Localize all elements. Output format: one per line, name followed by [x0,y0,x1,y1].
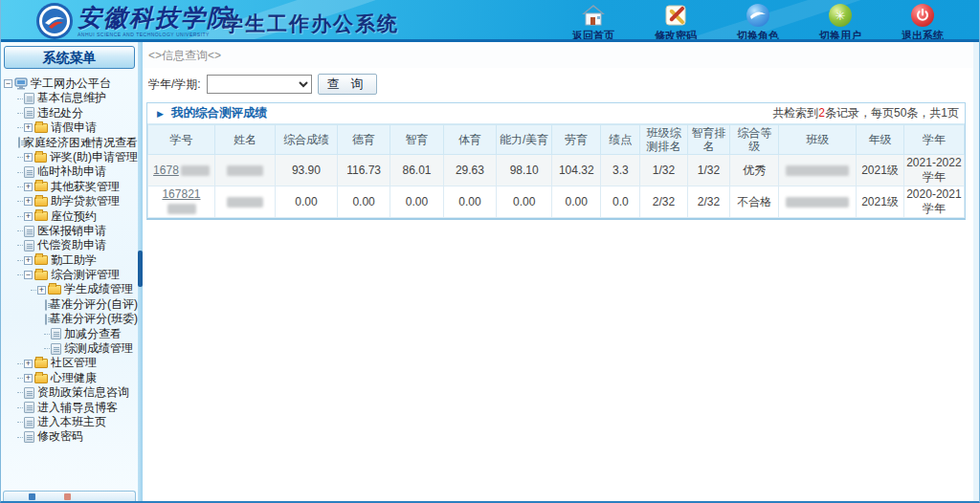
tree-item[interactable]: 综测成绩管理 [1,341,138,356]
right-edge [973,42,979,501]
university-branding: 安徽科技学院 ANHUI SCIENCE AND TECHNOLOGY UNIV… [35,2,233,40]
column-header: 姓名 [214,125,275,155]
tree-item[interactable]: 资助政策信息咨询 [1,385,138,400]
tree-item[interactable]: 代偿资助申请 [1,238,138,252]
tree-item-label[interactable]: 其他获奖管理 [51,180,120,194]
tree-item[interactable]: +勤工助学 [1,253,138,268]
tree-item-label[interactable]: 基准分评分(班委) [50,312,138,326]
tree-item-label[interactable]: 勤工助学 [51,253,97,268]
expand-icon[interactable]: + [24,183,33,191]
collapse-icon[interactable]: − [24,271,33,279]
change-password-button[interactable]: 修改密码 [648,3,703,42]
expand-icon[interactable]: + [24,197,33,206]
tree-connector [17,392,23,393]
query-button[interactable]: 查 询 [318,74,377,95]
tree-connector [17,113,23,114]
tree-item[interactable]: 临时补助申请 [1,164,138,179]
term-select[interactable] [207,75,312,94]
switch-user-icon: ✳ [828,3,853,28]
column-header: 综合成绩 [276,125,338,155]
tree-item[interactable]: 违纪处分 [1,106,138,120]
expand-icon[interactable]: + [24,212,33,221]
tree-item[interactable]: +学生成绩管理 [1,282,138,296]
tree-item-label[interactable]: 家庭经济困难情况查看 [23,136,138,150]
tree-item-label[interactable]: 修改密码 [37,429,83,444]
tree-item[interactable]: 加减分查看 [1,327,138,341]
header-actions: 返回首页 修改密码 切换角色 [566,3,950,42]
tree-item[interactable]: −学工网办公平台 [1,77,138,91]
tree-item[interactable]: 基准分评分(自评) [1,297,138,312]
tree-item-label[interactable]: 进入本班主页 [37,415,106,429]
tree-item[interactable]: +评奖(助)申请管理 [1,150,138,164]
tree-item[interactable]: +社区管理 [1,356,138,370]
tree-item-label[interactable]: 学生成绩管理 [64,282,133,296]
tree-item-label[interactable]: 代偿资助申请 [37,238,106,252]
tree-item[interactable]: +助学贷款管理 [1,194,138,208]
folder-icon [48,285,61,295]
student-id-link[interactable]: 1678 [153,164,179,177]
tree-item[interactable]: +请假申请 [1,120,138,135]
term-select-label: 学年/学期: [148,77,201,93]
tree-item[interactable]: 进入辅导员博客 [1,401,138,415]
censored-text [227,165,263,176]
tree-item[interactable]: +心理健康 [1,371,138,385]
tree-item[interactable]: 家庭经济困难情况查看 [1,136,138,150]
tree-item-label[interactable]: 社区管理 [51,356,97,370]
switch-user-button[interactable]: ✳ 切换用户 [813,3,868,42]
tree-item[interactable]: +其他获奖管理 [1,180,138,194]
tree-connector [17,201,23,202]
year-cell: 2021-2022学年 [903,155,964,186]
expand-icon[interactable]: + [24,123,33,132]
expand-icon[interactable]: + [24,360,33,368]
expand-icon[interactable]: + [24,153,33,162]
expand-icon[interactable]: + [24,256,33,265]
main-content: <>信息查询<> 学年/学期: 查 询 ▶ 我的综合测评成绩 共检索到2条记录，… [143,42,979,501]
tree-item-label[interactable]: 座位预约 [51,209,97,224]
tree-item-label[interactable]: 加减分查看 [64,327,122,341]
tree-item-label[interactable]: 综测成绩管理 [64,341,133,356]
tree-item[interactable]: 修改密码 [1,429,138,444]
tree-item-label[interactable]: 进入辅导员博客 [37,401,118,415]
tree-item[interactable]: 基本信息维护 [1,91,138,105]
table-cell: 29.63 [443,155,496,186]
tree-item-label[interactable]: 医保报销申请 [37,224,106,238]
university-logo [35,2,74,40]
tree-item-label[interactable]: 临时补助申请 [37,164,106,179]
home-label: 返回首页 [572,29,614,42]
tree-item[interactable]: 进入本班主页 [1,415,138,429]
column-header: 学号 [148,125,215,155]
sidebar-bottom-bar[interactable] [3,491,136,501]
tree-item-label[interactable]: 请假申请 [51,120,97,135]
home-button[interactable]: 返回首页 [566,3,621,42]
tree-item-label[interactable]: 综合测评管理 [51,268,120,282]
results-panel: ▶ 我的综合测评成绩 共检索到2条记录，每页50条，共1页 学号姓名综合成绩德育… [146,102,966,220]
tree-connector [17,172,23,173]
tree-item-label[interactable]: 基准分评分(自评) [50,297,138,312]
collapsed-panel-icon [64,493,71,500]
expand-icon[interactable]: + [24,374,33,383]
logout-button[interactable]: 退出系统 [895,3,950,42]
tree-item-label[interactable]: 助学贷款管理 [51,194,120,208]
collapsed-panel-icon [29,493,35,500]
record-count-summary: 共检索到2条记录，每页50条，共1页 [772,105,959,121]
tree-item-label[interactable]: 违纪处分 [37,106,83,120]
tree-item[interactable]: +座位预约 [1,209,138,224]
document-icon [24,240,34,252]
collapse-icon[interactable]: − [4,79,12,88]
tree-item[interactable]: 基准分评分(班委) [1,312,138,326]
tree-connector [17,378,23,379]
tree-item-label[interactable]: 评奖(助)申请管理 [50,150,138,164]
computer-icon [14,77,28,90]
tree-item[interactable]: −综合测评管理 [1,268,138,282]
table-cell: 93.90 [276,155,338,186]
tree-item-label[interactable]: 资助政策信息咨询 [37,385,129,400]
switch-role-button[interactable]: 切换角色 [730,3,786,42]
tree-item-label[interactable]: 学工网办公平台 [31,77,111,91]
student-id-link[interactable]: 167821 [162,187,200,201]
column-header: 劳育 [552,125,601,155]
tree-item-label[interactable]: 基本信息维护 [37,91,106,105]
tree-item[interactable]: 医保报销申请 [1,224,138,238]
expand-icon[interactable]: + [37,286,46,295]
tree-item-label[interactable]: 心理健康 [51,371,97,385]
page-title: 学生工作办公系统 [223,11,399,37]
